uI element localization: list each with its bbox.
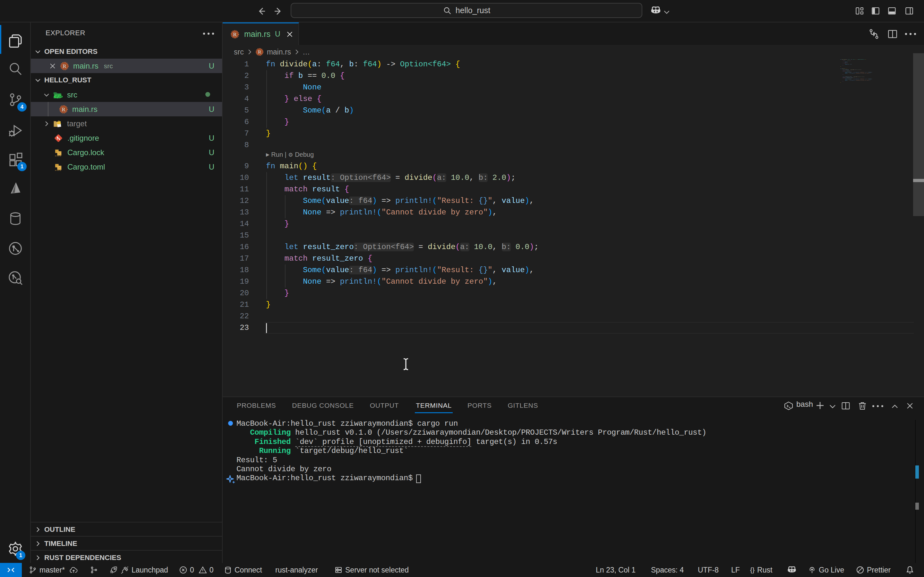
svg-text:</>: </> <box>53 93 63 99</box>
svg-text:R: R <box>233 31 237 37</box>
svg-text:R: R <box>61 106 65 112</box>
svg-text:R: R <box>258 49 261 55</box>
svg-text:R: R <box>63 63 66 69</box>
